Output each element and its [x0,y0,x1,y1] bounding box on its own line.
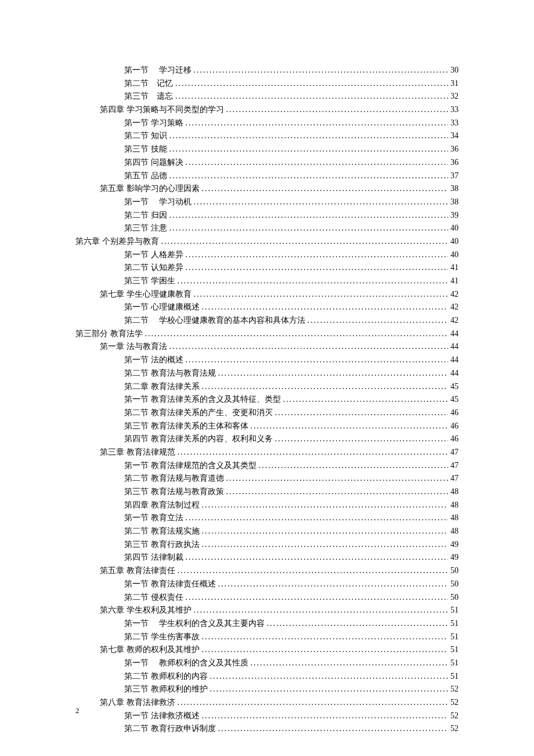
toc-entry: 第四节 教育法律关系的内容、权利和义务46 [75,433,459,445]
toc-leader-dots [202,710,449,722]
toc-entry-page: 48 [450,485,459,498]
toc-entry: 第二节 认知差异41 [75,261,459,274]
toc-entry: 第一节 学习迁移30 [75,64,459,77]
toc-entry-title: 第二节 教师权利的内容 [124,670,208,683]
toc-leader-dots [202,499,449,512]
toc-entry-page: 32 [450,90,459,103]
toc-entry-title: 第三章 教育法律规范 [100,446,175,459]
toc-entry-page: 46 [450,406,459,419]
toc-entry-page: 48 [450,512,459,524]
toc-entry: 第四章 学习策略与不同类型的学习33 [75,103,459,116]
toc-entry: 第一节 教育立法48 [75,512,459,524]
toc-entry-title: 第二节 认知差异 [124,261,183,274]
toc-entry-title: 第二节 学生伤害事故 [124,631,200,643]
toc-leader-dots [169,170,449,182]
toc-entry: 第一节 教育法律关系的含义及其特征、类型45 [75,393,459,406]
toc-entry-page: 48 [450,525,459,538]
toc-leader-dots [202,525,449,538]
toc-entry-title: 第四章 学习策略与不同类型的学习 [100,103,224,116]
toc-entry-page: 36 [450,156,459,169]
toc-entry-page: 45 [450,380,459,393]
toc-leader-dots [186,354,449,366]
toc-entry: 第二节 学校心理健康教育的基本内容和具体方法42 [75,314,459,327]
toc-entry-title: 第三部分 教育法学 [75,327,143,340]
toc-leader-dots [186,117,449,129]
toc-entry-title: 第四节 法律制裁 [124,551,183,564]
toc-entry-title: 第一节 教育法律关系的含义及其特征、类型 [124,393,281,406]
toc-leader-dots [194,64,449,77]
toc-entry-page: 42 [450,301,459,314]
toc-entry: 第一节 法律救济概述52 [75,710,459,722]
toc-leader-dots [218,367,449,380]
toc-leader-dots [218,578,449,591]
toc-entry: 第二节 教育行政申诉制度52 [75,722,459,735]
toc-leader-dots [202,538,449,551]
toc-leader-dots [267,617,449,630]
toc-leader-dots [178,696,449,709]
toc-leader-dots [186,261,449,274]
toc-entry: 第一节 教育法律规范的含义及其类型47 [75,459,459,472]
toc-entry-page: 52 [450,722,459,735]
toc-entry-title: 第三节 技能 [124,143,167,156]
toc-entry: 第二章 教育法律关系45 [75,380,459,393]
toc-entry-page: 45 [450,393,459,406]
toc-entry-page: 39 [450,209,459,222]
toc-entry: 第五节 品德37 [75,170,459,182]
toc-entry-title: 第三节 遗忘 [124,90,173,103]
toc-entry-page: 42 [450,314,459,327]
toc-entry: 第一节 学习动机38 [75,196,459,208]
toc-entry-page: 51 [450,604,459,617]
toc-entry-title: 第二节 归因 [124,209,167,222]
toc-entry: 第七章 学生心理健康教育42 [75,288,459,301]
toc-leader-dots [226,103,449,116]
toc-entry-title: 第一节 教育法律规范的含义及其类型 [124,459,257,472]
toc-leader-dots [194,196,449,208]
toc-leader-dots [210,683,449,696]
toc-entry: 第二节 教师权利的内容51 [75,670,459,683]
toc-entry-page: 36 [450,143,459,156]
toc-entry: 第一章 法与教育法44 [75,340,459,353]
toc-entry: 第三节 注意40 [75,222,459,235]
toc-entry: 第四节 问题解决36 [75,156,459,169]
toc-entry-page: 51 [450,617,459,630]
toc-entry: 第一节 法的概述44 [75,354,459,366]
toc-entry: 第二节 教育法与教育法规44 [75,367,459,380]
toc-entry-title: 第三节 教育法律关系的主体和客体 [124,420,248,433]
toc-entry-title: 第一节 学生权利的含义及其主要内容 [124,617,265,630]
toc-entry-title: 第三节 教育行政执法 [124,538,200,551]
toc-entry-title: 第一节 学习迁移 [124,64,192,77]
toc-entry-page: 51 [450,631,459,643]
toc-leader-dots [169,340,449,353]
toc-entry-title: 第三节 学困生 [124,275,175,287]
toc-entry: 第八章 教育法律救济52 [75,696,459,709]
toc-entry-page: 47 [450,459,459,472]
toc-entry-page: 49 [450,551,459,564]
toc-entry-page: 51 [450,643,459,656]
toc-entry: 第三节 遗忘32 [75,90,459,103]
toc-entry-title: 第二节 学校心理健康教育的基本内容和具体方法 [124,314,305,327]
toc-entry-title: 第二节 教育法与教育法规 [124,367,216,380]
toc-entry-title: 第四节 问题解决 [124,156,183,169]
toc-entry-page: 40 [450,222,459,235]
toc-leader-dots [169,129,449,142]
toc-entry-title: 第二节 教育法律关系的产生、变更和消灭 [124,406,273,419]
toc-entry-title: 第三节 教师权利的维护 [124,683,208,696]
toc-entry-page: 34 [450,129,459,142]
toc-entry: 第一节 教育法律责任概述50 [75,578,459,591]
toc-entry: 第二节 教育法律关系的产生、变更和消灭46 [75,406,459,419]
toc-leader-dots [210,670,449,683]
toc-entry-page: 40 [450,249,459,261]
toc-entry: 第二节 归因39 [75,209,459,222]
toc-entry-title: 第一节 教师权利的含义及其性质 [124,657,248,669]
toc-entry-page: 40 [450,235,459,248]
toc-entry-title: 第二节 教育法规实施 [124,525,200,538]
toc-entry-page: 50 [450,578,459,591]
toc-leader-dots [202,301,449,314]
toc-leader-dots [186,591,449,604]
toc-entry: 第二节 学生伤害事故51 [75,631,459,643]
toc-entry-title: 第五章 影响学习的心理因素 [100,182,200,195]
toc-entry-title: 第二章 教育法律关系 [124,380,200,393]
toc-leader-dots [194,288,449,301]
toc-entry: 第三节 教育法律关系的主体和客体46 [75,420,459,433]
toc-leader-dots [251,420,449,433]
